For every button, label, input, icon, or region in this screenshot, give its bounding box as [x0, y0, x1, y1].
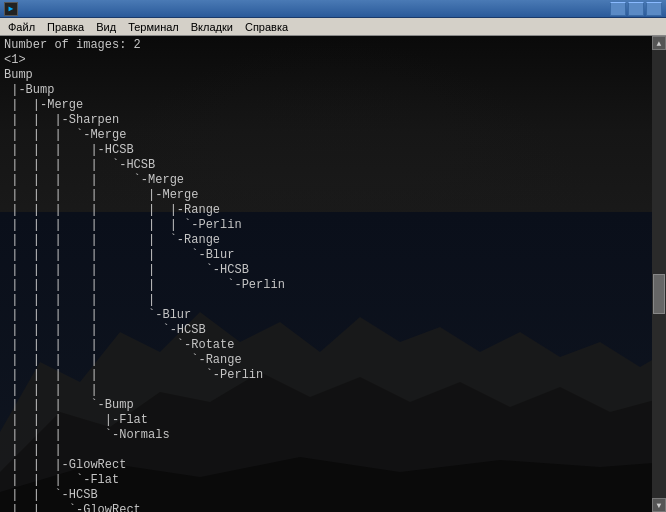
title-bar: ▶	[0, 0, 666, 18]
window-controls	[610, 2, 662, 16]
menu-terminal[interactable]: Терминал	[122, 20, 185, 34]
scrollbar-thumb[interactable]	[653, 274, 665, 314]
app-icon: ▶	[4, 2, 18, 16]
menu-edit[interactable]: Правка	[41, 20, 90, 34]
menu-file[interactable]: Файл	[2, 20, 41, 34]
scrollbar-track	[652, 50, 666, 498]
scroll-down[interactable]: ▼	[652, 498, 666, 512]
terminal-area: Number of images: 2 <1> Bump |-Bump | |-…	[0, 36, 666, 512]
menu-tabs[interactable]: Вкладки	[185, 20, 239, 34]
minimize-button[interactable]	[610, 2, 626, 16]
maximize-button[interactable]	[628, 2, 644, 16]
scrollbar: ▲ ▼	[652, 36, 666, 512]
menu-view[interactable]: Вид	[90, 20, 122, 34]
menu-help[interactable]: Справка	[239, 20, 294, 34]
terminal-output[interactable]: Number of images: 2 <1> Bump |-Bump | |-…	[0, 36, 652, 512]
scroll-up[interactable]: ▲	[652, 36, 666, 50]
close-button[interactable]	[646, 2, 662, 16]
menu-bar: Файл Правка Вид Терминал Вкладки Справка	[0, 18, 666, 36]
